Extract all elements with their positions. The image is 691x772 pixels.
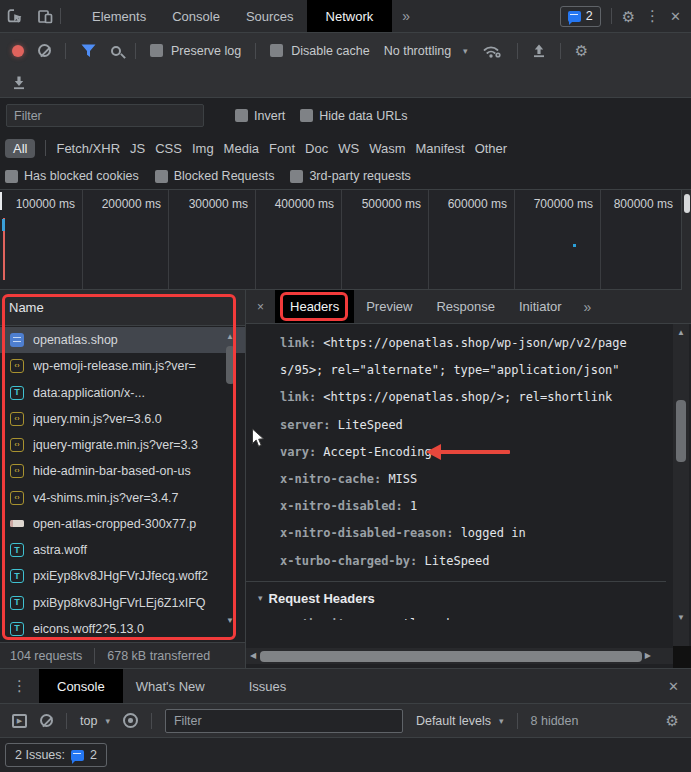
request-headers-section[interactable]: ▾ Request Headers (258, 586, 673, 611)
request-row[interactable]: T astra.woff (0, 537, 245, 563)
record-network-log-button[interactable] (12, 45, 24, 57)
close-drawer-icon[interactable]: ✕ (668, 679, 679, 694)
close-detail-icon[interactable]: × (246, 290, 275, 323)
detail-tabbar: × Headers Preview Response Initiator » (246, 290, 691, 324)
divider (560, 43, 561, 59)
type-filter-js[interactable]: JS (130, 141, 145, 156)
has-blocked-cookies-checkbox[interactable] (5, 170, 18, 183)
more-tabs-icon[interactable]: » (392, 0, 420, 32)
request-row[interactable]: T data:application/x-... (0, 380, 245, 406)
device-toolbar-icon[interactable] (30, 0, 60, 32)
scroll-up-icon[interactable]: ▲ (677, 329, 685, 337)
tab-network[interactable]: Network (307, 0, 393, 32)
timeline-tick-label: 400000 ms (275, 197, 339, 211)
detail-vertical-scrollbar[interactable]: ▲ ▼ (673, 324, 689, 650)
request-row[interactable]: ‹› jquery.min.js?ver=3.6.0 (0, 406, 245, 432)
drawer-tab-issues[interactable]: Issues (236, 669, 300, 703)
type-filter-media[interactable]: Media (224, 141, 259, 156)
hidden-messages-count: 8 hidden (531, 714, 579, 728)
type-filter-other[interactable]: Other (475, 141, 508, 156)
blocked-requests-checkbox[interactable] (155, 170, 168, 183)
tab-initiator[interactable]: Initiator (507, 290, 574, 323)
request-row[interactable]: ‹› jquery-migrate.min.js?ver=3.3 (0, 432, 245, 458)
tab-console[interactable]: Console (159, 0, 233, 32)
divider (517, 43, 518, 59)
header-entry: x-nitro-cache: MISS (280, 466, 634, 493)
drawer-overflow-icon[interactable]: ⋮ (0, 669, 39, 703)
export-har-icon[interactable] (12, 76, 26, 90)
third-party-requests-checkbox[interactable] (290, 170, 303, 183)
scroll-left-icon[interactable]: ◀ (250, 652, 256, 660)
more-detail-tabs-icon[interactable]: » (574, 290, 602, 323)
console-filter-input[interactable] (165, 709, 403, 733)
inspect-element-icon[interactable] (0, 0, 30, 32)
settings-gear-icon[interactable]: ⚙ (622, 9, 635, 24)
request-row[interactable]: ‹› wp-emoji-release.min.js?ver= (0, 353, 245, 379)
overflow-menu-icon[interactable]: ⋮ (645, 7, 660, 25)
close-devtools-icon[interactable]: ✕ (670, 9, 681, 24)
hide-data-urls-checkbox[interactable] (300, 109, 313, 122)
tab-headers[interactable]: Headers (275, 290, 354, 323)
type-filter-fetch-xhr[interactable]: Fetch/XHR (56, 141, 120, 156)
request-row[interactable]: ‹› hide-admin-bar-based-on-us (0, 458, 245, 484)
type-filter-wasm[interactable]: Wasm (369, 141, 405, 156)
type-filter-doc[interactable]: Doc (305, 141, 328, 156)
scrollbar-thumb[interactable] (676, 400, 686, 462)
console-settings-gear-icon[interactable]: ⚙ (666, 713, 679, 728)
request-row[interactable]: openatlas.shop (0, 327, 245, 353)
type-filter-all[interactable]: All (5, 139, 35, 158)
request-row[interactable]: open-atlas-cropped-300x77.p (0, 511, 245, 537)
scroll-down-icon[interactable]: ▼ (677, 614, 685, 622)
drawer-tab-whats-new[interactable]: What's New (123, 669, 218, 703)
type-filter-ws[interactable]: WS (338, 141, 359, 156)
name-column-header[interactable]: Name (0, 290, 245, 326)
tab-response[interactable]: Response (424, 290, 507, 323)
timeline-selection-handle[interactable] (0, 192, 2, 210)
invert-checkbox[interactable] (235, 109, 248, 122)
scrollbar-thumb[interactable] (260, 651, 642, 662)
context-select[interactable]: top (80, 714, 97, 728)
network-settings-gear-icon[interactable]: ⚙ (575, 43, 588, 58)
type-filter-img[interactable]: Img (192, 141, 214, 156)
tab-sources[interactable]: Sources (233, 0, 307, 32)
throttling-select[interactable]: No throttling (384, 44, 451, 58)
request-row[interactable]: T pxiEyp8kv8JHgFVrJJfecg.woff2 (0, 563, 245, 589)
script-icon: ‹› (10, 412, 24, 426)
scroll-right-icon[interactable]: ▶ (645, 652, 651, 660)
has-blocked-cookies-label: Has blocked cookies (24, 169, 139, 183)
import-har-icon[interactable] (532, 44, 546, 58)
issues-button[interactable]: 2 Issues: 2 (5, 743, 107, 767)
request-list-scrollbar-thumb[interactable] (226, 346, 235, 384)
request-row[interactable]: ‹› v4-shims.min.js?ver=3.4.7 (0, 485, 245, 511)
clear-network-log-icon[interactable] (38, 44, 51, 57)
preserve-log-checkbox[interactable] (150, 44, 163, 57)
script-icon: ‹› (10, 491, 24, 505)
clear-console-icon[interactable] (40, 714, 53, 727)
network-filter-input[interactable] (6, 104, 204, 127)
type-filter-manifest[interactable]: Manifest (415, 141, 464, 156)
live-expression-eye-icon[interactable] (123, 713, 138, 728)
detail-horizontal-scrollbar[interactable]: ◀ ▶ (246, 648, 673, 664)
drawer-tab-console[interactable]: Console (39, 669, 123, 703)
issues-counter-button[interactable]: 2 (560, 6, 601, 27)
divider (65, 43, 66, 59)
scroll-up-icon[interactable]: ▲ (226, 332, 234, 341)
filter-funnel-icon[interactable] (80, 43, 97, 58)
disable-cache-checkbox[interactable] (270, 44, 283, 57)
tab-elements[interactable]: Elements (79, 0, 159, 32)
type-filter-css[interactable]: CSS (155, 141, 182, 156)
scroll-down-icon[interactable]: ▼ (226, 616, 234, 625)
network-overview-timeline[interactable]: 100000 ms 200000 ms 300000 ms 400000 ms … (0, 190, 691, 290)
console-sidebar-toggle-icon[interactable]: ▶ (12, 714, 27, 728)
gridline (428, 190, 429, 289)
timeline-scrollbar[interactable] (681, 190, 691, 290)
network-conditions-icon[interactable] (482, 43, 503, 59)
tab-preview[interactable]: Preview (354, 290, 424, 323)
log-levels-select[interactable]: Default levels (416, 714, 491, 728)
gridline (255, 190, 256, 289)
timeline-activity-blue (2, 219, 5, 231)
search-icon[interactable] (111, 46, 121, 56)
request-row[interactable]: T eicons.woff2?5.13.0 (0, 616, 245, 642)
type-filter-font[interactable]: Font (269, 141, 295, 156)
request-row[interactable]: T pxiByp8kv8JHgFVrLEj6Z1xIFQ (0, 590, 245, 616)
